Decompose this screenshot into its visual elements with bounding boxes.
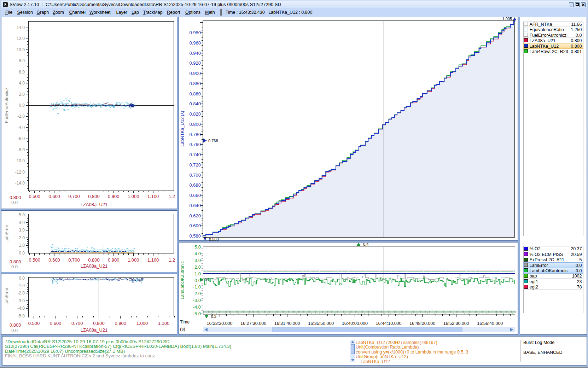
svg-text:-1.0: -1.0 [17,283,25,288]
svg-text:LZA08a_U21: LZA08a_U21 [81,263,108,269]
svg-text:0.4: 0.4 [363,243,368,246]
svg-text:0.800: 0.800 [10,195,21,200]
svg-text:(s): (s) [180,327,185,332]
svg-text:-2.0: -2.0 [17,114,25,119]
svg-text:0.700: 0.700 [68,257,80,263]
svg-text:0.1: 0.1 [205,278,210,282]
svg-text:0.0: 0.0 [19,276,25,281]
svg-text:LabNTKa_U12 (λ): LabNTKa_U12 (λ) [180,111,185,147]
svg-text:0.800: 0.800 [10,322,21,328]
svg-text:16:27:30.000: 16:27:30.000 [240,321,266,326]
svg-text:0.0: 0.0 [19,103,25,108]
svg-text:1.2: 1.2 [169,257,175,263]
svg-text:-5.0: -5.0 [193,311,201,316]
svg-text:-10.0: -10.0 [15,158,25,163]
svg-text:0.700: 0.700 [68,194,80,199]
svg-text:4.0: 4.0 [19,220,25,225]
svg-text:8.0: 8.0 [19,58,25,63]
svg-text:0.960: 0.960 [189,40,201,46]
svg-text:0.760: 0.760 [189,142,201,147]
svg-text:0.840: 0.840 [189,101,201,106]
svg-text:0.700: 0.700 [189,173,201,178]
svg-text:Time: Time [180,320,190,325]
svg-text:0.800: 0.800 [189,122,201,127]
svg-text:16:40:00.000: 16:40:00.000 [342,321,368,326]
svg-text:16:56:40.000: 16:56:40.000 [477,321,503,326]
svg-text:0.0: 0.0 [11,264,18,269]
svg-text:-4.0: -4.0 [17,306,25,311]
svg-text:-0.3: -0.3 [210,314,216,319]
svg-text:0.800: 0.800 [88,194,100,199]
svg-text:0.580: 0.580 [209,237,219,241]
svg-text:0.800: 0.800 [10,259,21,264]
svg-text:1.100: 1.100 [158,321,170,326]
svg-text:16:35:50.000: 16:35:50.000 [308,321,334,326]
svg-text:4.0: 4.0 [194,251,201,256]
svg-text:0.768: 0.768 [208,139,218,143]
svg-text:1.0: 1.0 [194,271,201,276]
svg-text:3.0: 3.0 [19,228,25,233]
svg-text:6.0: 6.0 [19,70,25,75]
svg-text:14.0: 14.0 [17,25,25,30]
svg-text:-5.0: -5.0 [17,314,25,319]
svg-text:1.000: 1.000 [128,257,139,263]
svg-text:-14.0: -14.0 [15,181,25,186]
svg-text:16:52:30.000: 16:52:30.000 [443,321,469,326]
svg-text:16:23:20.000: 16:23:20.000 [207,321,233,326]
svg-text:10.0: 10.0 [17,47,25,52]
svg-text:-8.0: -8.0 [17,147,25,152]
svg-text:0.500: 0.500 [28,321,40,326]
svg-text:0.820: 0.820 [189,111,201,117]
svg-text:0.860: 0.860 [189,91,201,97]
svg-text:0.660: 0.660 [189,193,201,198]
svg-text:16:48:20.000: 16:48:20.000 [409,321,435,326]
svg-text:1.100: 1.100 [147,257,159,263]
svg-text:0.980: 0.980 [189,30,201,35]
svg-text:0.800: 0.800 [93,321,105,326]
svg-text:0.920: 0.920 [189,60,201,66]
svg-text:0.720: 0.720 [189,162,201,168]
svg-text:3.0: 3.0 [194,258,201,263]
svg-text:0.0: 0.0 [11,328,18,333]
svg-text:5.0: 5.0 [194,244,201,250]
svg-text:0.580: 0.580 [189,233,201,239]
svg-text:0.680: 0.680 [189,182,201,188]
svg-text:-6.0: -6.0 [17,136,25,141]
svg-text:-2.0: -2.0 [17,291,25,296]
svg-text:-4.0: -4.0 [17,125,25,130]
svg-text:0.900: 0.900 [108,194,120,199]
svg-text:16:44:10.000: 16:44:10.000 [376,321,402,326]
svg-text:16:31:40.000: 16:31:40.000 [274,321,300,326]
svg-text:-1.0: -1.0 [193,284,201,290]
svg-text:0.0: 0.0 [11,200,18,205]
svg-text:0.800: 0.800 [88,257,100,263]
svg-text:12.0: 12.0 [17,36,25,41]
svg-text:LamError: LamError [4,225,9,243]
svg-text:0.500: 0.500 [29,257,40,263]
svg-text:2.0: 2.0 [19,92,25,97]
svg-text:0.620: 0.620 [189,213,201,218]
svg-text:-3.0: -3.0 [17,298,25,303]
svg-text:0.600: 0.600 [189,223,201,228]
svg-text:-3.0: -3.0 [193,298,201,303]
svg-text:FuelErrorAutronicz: FuelErrorAutronicz [4,88,9,123]
svg-text:0.940: 0.940 [189,51,201,56]
svg-text:1.2: 1.2 [169,194,175,199]
svg-text:0.900: 0.900 [189,71,201,76]
svg-text:LamError: LamError [4,288,9,305]
svg-text:LZA08a_U21: LZA08a_U21 [81,327,108,333]
svg-text:0.740: 0.740 [189,152,201,157]
svg-text:5.0: 5.0 [19,212,25,217]
svg-text:0.0: 0.0 [19,251,25,256]
svg-text:0.880: 0.880 [189,81,201,86]
svg-text:-12.0: -12.0 [15,170,25,175]
svg-text:0.600: 0.600 [50,321,62,326]
svg-text:0.700: 0.700 [71,321,83,326]
svg-text:1.000: 1.000 [128,194,139,199]
svg-text:2.0: 2.0 [194,264,201,270]
svg-text:LamLabOKautronic: LamLabOKautronic [180,261,185,299]
svg-text:1.100: 1.100 [147,194,159,199]
svg-text:4.0: 4.0 [19,81,25,86]
svg-text:1.0: 1.0 [19,243,25,248]
svg-text:0.780: 0.780 [189,132,201,137]
